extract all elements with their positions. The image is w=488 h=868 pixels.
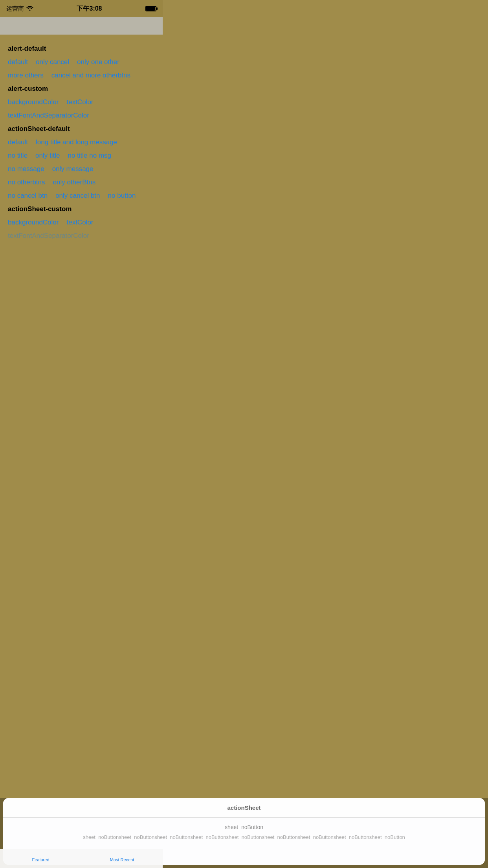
- as-default-row-3: no message only message: [8, 165, 155, 173]
- link-alert-textcolor[interactable]: textColor: [66, 98, 93, 106]
- status-bar: 运营商 下午3:08: [0, 0, 163, 17]
- alert-custom-row-1: backgroundColor textColor: [8, 98, 155, 106]
- link-alert-only-one-other[interactable]: only one other: [77, 58, 119, 66]
- link-as-only-message[interactable]: only message: [52, 165, 94, 173]
- section-alert-custom-title: alert-custom: [8, 85, 155, 93]
- status-time: 下午3:08: [77, 5, 102, 13]
- as-default-row-2: no title only title no title no msg: [8, 152, 155, 160]
- as-default-row-5: no cancel btn only cancel btn no button: [8, 192, 155, 200]
- link-as-custom-bgcolor[interactable]: backgroundColor: [8, 219, 59, 226]
- link-alert-cancel-more[interactable]: cancel and more otherbtns: [51, 72, 130, 79]
- link-as-no-otherbtns[interactable]: no otherbtns: [8, 178, 45, 186]
- battery-icon: [145, 6, 156, 11]
- section-alert-default-title: alert-default: [8, 45, 155, 53]
- nav-bar: [0, 17, 163, 35]
- as-default-row-4: no otherbtns only otherBtns: [8, 178, 155, 186]
- alert-default-row-2: more others cancel and more otherbtns: [8, 72, 155, 79]
- link-as-only-cancel[interactable]: only cancel btn: [55, 192, 100, 200]
- alert-custom-row-2: textFontAndSeparatorColor: [8, 112, 155, 120]
- status-right: [145, 6, 156, 11]
- link-as-no-button[interactable]: no button: [108, 192, 136, 200]
- link-as-only-title[interactable]: only title: [35, 152, 60, 160]
- main-content: alert-default default only cancel only o…: [0, 35, 163, 371]
- link-as-custom-font-sep[interactable]: textFontAndSeparatorColor: [8, 232, 89, 240]
- link-alert-bgcolor[interactable]: backgroundColor: [8, 98, 59, 106]
- link-as-no-title-no-msg[interactable]: no title no msg: [68, 152, 111, 160]
- as-custom-row-1: backgroundColor textColor: [8, 219, 155, 226]
- link-alert-only-cancel[interactable]: only cancel: [36, 58, 69, 66]
- link-as-long[interactable]: long title and long message: [36, 138, 117, 146]
- as-custom-row-2: textFontAndSeparatorColor: [8, 232, 155, 240]
- section-actionsheet-default-title: actionSheet-default: [8, 125, 155, 133]
- status-left: 运营商: [6, 5, 33, 13]
- link-alert-font-sep[interactable]: textFontAndSeparatorColor: [8, 112, 89, 120]
- alert-default-row-1: default only cancel only one other: [8, 58, 155, 66]
- link-as-custom-textcolor[interactable]: textColor: [66, 219, 93, 226]
- section-actionsheet-custom-title: actionSheet-custom: [8, 205, 155, 213]
- as-default-row-1: default long title and long message: [8, 138, 155, 146]
- link-alert-more-others[interactable]: more others: [8, 72, 44, 79]
- link-as-no-cancel[interactable]: no cancel btn: [8, 192, 48, 200]
- carrier-text: 运营商: [6, 5, 24, 13]
- wifi-icon: [26, 6, 33, 12]
- link-alert-default-default[interactable]: default: [8, 58, 28, 66]
- link-as-no-message[interactable]: no message: [8, 165, 44, 173]
- link-as-default[interactable]: default: [8, 138, 28, 146]
- link-as-only-otherbtns[interactable]: only otherBtns: [53, 178, 96, 186]
- link-as-no-title[interactable]: no title: [8, 152, 28, 160]
